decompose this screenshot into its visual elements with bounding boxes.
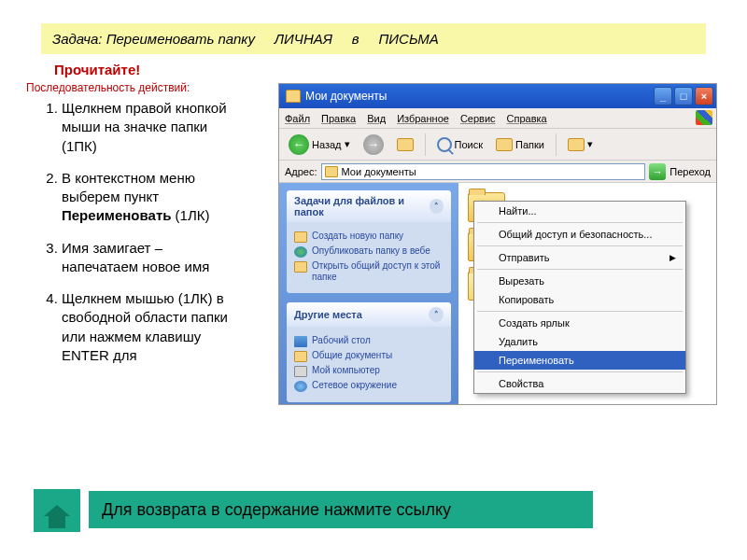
side-pane: Задачи для файлов и папок˄ Создать новую… xyxy=(279,183,458,404)
search-button[interactable]: Поиск xyxy=(433,135,486,154)
folder-icon xyxy=(325,166,338,177)
ctx-properties[interactable]: Свойства xyxy=(474,374,685,393)
forward-button[interactable]: → xyxy=(359,133,388,157)
task-new-folder[interactable]: Создать новую папку xyxy=(294,231,444,243)
toolbar: ←Назад ▾ → Поиск Папки ▾ xyxy=(279,129,716,161)
home-button[interactable] xyxy=(34,489,80,532)
ctx-security[interactable]: Общий доступ и безопасность... xyxy=(474,225,685,244)
tasks-panel: Задачи для файлов и папок˄ Создать новую… xyxy=(287,190,451,293)
arrow-right-icon: ▶ xyxy=(669,253,676,262)
menu-favorites[interactable]: Избранное xyxy=(397,113,449,124)
place-desktop[interactable]: Рабочий стол xyxy=(294,335,444,347)
menu-tools[interactable]: Сервис xyxy=(460,113,496,124)
menu-help[interactable]: Справка xyxy=(507,113,547,124)
ctx-delete[interactable]: Удалить xyxy=(474,332,685,351)
tasks-header[interactable]: Задачи для файлов и папок˄ xyxy=(287,190,451,222)
task-mid: в xyxy=(352,31,359,47)
chevron-up-icon: ˄ xyxy=(429,307,444,322)
places-panel: Другие места˄ Рабочий стол Общие докумен… xyxy=(287,302,451,402)
window-title: Мои документы xyxy=(305,90,654,103)
task-text: Переименовать папку xyxy=(106,31,255,47)
task-share[interactable]: Открыть общий доступ к этой папке xyxy=(294,260,444,283)
up-button[interactable] xyxy=(393,136,417,153)
menu-file[interactable]: Файл xyxy=(285,113,310,124)
place-mycomputer[interactable]: Мой компьютер xyxy=(294,365,444,377)
go-button[interactable]: → xyxy=(649,163,666,180)
ctx-find[interactable]: Найти... xyxy=(474,202,685,220)
menu-edit[interactable]: Правка xyxy=(321,113,356,124)
place-shared[interactable]: Общие документы xyxy=(294,350,444,362)
titlebar[interactable]: Мои документы _ □ × xyxy=(279,84,716,108)
search-icon xyxy=(437,137,452,152)
menubar: Файл Правка Вид Избранное Сервис Справка xyxy=(279,108,716,129)
address-field[interactable]: Мои документы xyxy=(321,163,646,180)
ctx-rename[interactable]: Переименовать xyxy=(474,351,685,370)
task-publish[interactable]: Опубликовать папку в вебе xyxy=(294,245,444,258)
step-1: Щелкнем правой кнопкой мыши на значке па… xyxy=(62,99,233,156)
ctx-send[interactable]: Отправить▶ xyxy=(474,248,685,267)
ctx-cut[interactable]: Вырезать xyxy=(474,272,685,290)
steps-list: Щелкнем правой кнопкой мыши на значке па… xyxy=(19,99,233,378)
step-2: В контекстном меню выберем пункт Переиме… xyxy=(62,169,233,226)
ctx-shortcut[interactable]: Создать ярлык xyxy=(474,314,685,332)
close-button[interactable]: × xyxy=(695,87,713,105)
back-button[interactable]: ←Назад ▾ xyxy=(285,133,354,157)
ctx-copy[interactable]: Копировать xyxy=(474,290,685,309)
maximize-button[interactable]: □ xyxy=(674,87,693,105)
context-menu: Найти... Общий доступ и безопасность... … xyxy=(473,201,686,394)
house-icon xyxy=(44,505,70,516)
task-from: ЛИЧНАЯ xyxy=(275,31,332,47)
place-network[interactable]: Сетевое окружение xyxy=(294,380,444,392)
read-header: Прочитайте! xyxy=(54,62,747,77)
footer-link[interactable]: Для возврата в содержание нажмите ссылку xyxy=(89,491,593,528)
minimize-button[interactable]: _ xyxy=(654,87,672,105)
places-header[interactable]: Другие места˄ xyxy=(287,302,451,327)
step-3: Имя замигает – напечатаем новое имя xyxy=(62,239,233,277)
task-to: ПИСЬМА xyxy=(378,31,438,47)
task-label: Задача: xyxy=(52,31,102,47)
address-label: Адрес: xyxy=(285,166,317,177)
address-bar: Адрес: Мои документы → Переход xyxy=(279,161,716,183)
views-button[interactable]: ▾ xyxy=(564,136,597,153)
step-4: Щелкнем мышью (1ЛК) в свободной области … xyxy=(62,289,233,365)
folders-button[interactable]: Папки xyxy=(492,136,548,153)
windows-flag-icon xyxy=(696,110,712,125)
menu-view[interactable]: Вид xyxy=(367,113,386,124)
task-banner: Задача: Переименовать папку ЛИЧНАЯ в ПИС… xyxy=(41,23,706,54)
folder-icon xyxy=(286,90,301,103)
chevron-up-icon: ˄ xyxy=(430,199,444,214)
go-label: Переход xyxy=(669,166,711,177)
